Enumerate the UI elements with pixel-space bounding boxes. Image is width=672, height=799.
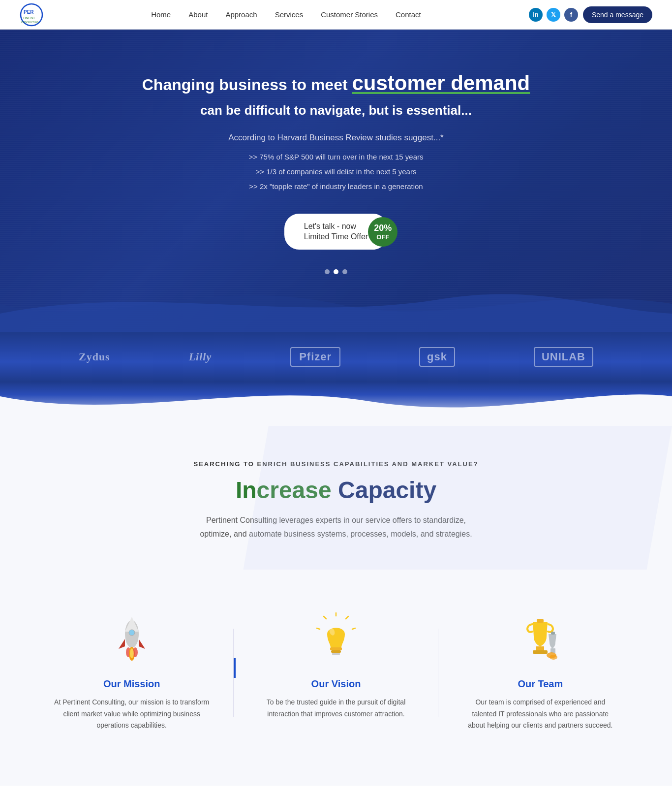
logo-unilab: UNILAB	[534, 347, 593, 367]
svg-text:CONSULTING: CONSULTING	[21, 21, 39, 24]
svg-rect-22	[537, 619, 544, 623]
badge-off: OFF	[376, 233, 389, 241]
svg-rect-23	[536, 646, 544, 650]
discount-badge: 20% OFF	[368, 217, 397, 247]
wave-svg	[0, 382, 672, 426]
logo-gsk: gsk	[419, 347, 455, 367]
svg-rect-19	[331, 650, 341, 653]
svg-line-15	[352, 628, 355, 629]
navbar-right: in 𝕏 f Send a message	[529, 6, 652, 23]
capacity-title: Increase Capacity	[98, 477, 574, 504]
dot-2[interactable]	[334, 269, 338, 274]
facebook-icon[interactable]: f	[564, 8, 578, 22]
bullet-3: 2x "topple rate" of industry leaders in …	[20, 179, 652, 194]
bulb-icon	[314, 612, 358, 666]
hero-title: Changing business to meet customer deman…	[20, 69, 652, 98]
mission-description: At Pertinent Consulting, our mission is …	[54, 697, 209, 732]
nav-link-customer-stories[interactable]: Customer Stories	[321, 10, 378, 19]
hero-bullets: 75% of S&P 500 will turn over in the nex…	[20, 150, 652, 194]
capacity-title-green: Increase	[236, 477, 332, 503]
svg-rect-24	[533, 650, 548, 654]
svg-rect-25	[551, 632, 555, 635]
three-cols-section: Our Mission At Pertinent Consulting, our…	[0, 570, 672, 786]
svg-marker-6	[119, 639, 125, 649]
svg-point-12	[130, 648, 134, 658]
mission-card: Our Mission At Pertinent Consulting, our…	[30, 600, 234, 746]
hero-content: Changing business to meet customer deman…	[20, 69, 652, 274]
badge-percent: 20%	[374, 223, 392, 233]
capacity-eyebrow: SEARCHING TO ENRICH BUSINESS CAPABILITIE…	[98, 460, 574, 468]
nav-item-home[interactable]: Home	[151, 10, 171, 19]
nav-link-home[interactable]: Home	[151, 10, 171, 19]
social-icons: in 𝕏 f	[529, 8, 578, 22]
nav-link-about[interactable]: About	[188, 10, 208, 19]
nav-link-approach[interactable]: Approach	[225, 10, 257, 19]
svg-marker-7	[139, 639, 145, 649]
nav-item-customer-stories[interactable]: Customer Stories	[321, 10, 378, 19]
twitter-icon[interactable]: 𝕏	[547, 8, 560, 22]
nav-link-services[interactable]: Services	[275, 10, 304, 19]
logo-icon: PER TINENT CONSULTING	[20, 3, 43, 27]
capacity-title-navy: Capacity	[338, 477, 436, 503]
vision-card: Our Vision To be the trusted guide in th…	[234, 600, 438, 746]
nav-item-contact[interactable]: Contact	[396, 10, 421, 19]
capacity-section: SEARCHING TO ENRICH BUSINESS CAPABILITIE…	[0, 426, 672, 570]
logo-pfizer: Pfizer	[290, 347, 340, 367]
nav-item-services[interactable]: Services	[275, 10, 304, 19]
trophy-icon	[518, 612, 562, 666]
bullet-1: 75% of S&P 500 will turn over in the nex…	[20, 150, 652, 164]
linkedin-icon[interactable]: in	[529, 8, 543, 22]
team-card: Our Team Our team is comprised of experi…	[438, 600, 642, 746]
svg-point-8	[129, 630, 135, 636]
mission-title: Our Mission	[54, 678, 209, 690]
svg-line-17	[317, 628, 320, 629]
hero-wave	[0, 274, 672, 333]
vision-icon-area	[258, 609, 413, 669]
vision-title: Our Vision	[258, 678, 413, 690]
send-message-button[interactable]: Send a message	[583, 6, 652, 23]
svg-rect-18	[330, 647, 342, 650]
svg-text:TINENT: TINENT	[23, 16, 35, 20]
cta-line2: Limited Time Offer	[304, 232, 368, 241]
hero-claim: According to Harvard Business Review stu…	[20, 133, 652, 143]
rocket-icon	[110, 612, 154, 666]
transition-wave	[0, 382, 672, 426]
dot-1[interactable]	[325, 269, 330, 274]
logo-lilly: Lilly	[189, 351, 212, 363]
hero-subtitle: can be difficult to navigate, but is ess…	[20, 103, 652, 118]
team-title: Our Team	[463, 678, 618, 690]
nav-links: Home About Approach Services Customer St…	[43, 10, 529, 19]
svg-line-16	[324, 616, 326, 619]
team-description: Our team is comprised of experienced and…	[463, 697, 618, 732]
cta-wrapper: Let's talk - now Limited Time Offer 20% …	[284, 214, 388, 250]
nav-item-about[interactable]: About	[188, 10, 208, 19]
svg-rect-20	[332, 653, 340, 655]
logo[interactable]: PER TINENT CONSULTING	[20, 3, 43, 27]
bullet-2: 1/3 of companies will delist in the next…	[20, 164, 652, 179]
nav-link-contact[interactable]: Contact	[396, 10, 421, 19]
mission-icon-area	[54, 609, 209, 669]
dot-3[interactable]	[342, 269, 347, 274]
hero-dots	[20, 269, 652, 274]
svg-text:PER: PER	[24, 9, 34, 15]
team-icon-area	[463, 609, 618, 669]
svg-line-14	[346, 616, 348, 619]
vision-bar	[234, 658, 236, 678]
svg-point-28	[550, 655, 557, 660]
capacity-description: Pertinent Consulting leverages experts i…	[198, 513, 474, 540]
logo-zydus: Zydus	[79, 351, 110, 363]
vision-description: To be the trusted guide in the pursuit o…	[258, 697, 413, 720]
nav-item-approach[interactable]: Approach	[225, 10, 257, 19]
navbar: PER TINENT CONSULTING Home About Approac…	[0, 0, 672, 30]
logos-band: Zydus Lilly Pfizer gsk UNILAB	[0, 332, 672, 382]
hero-section: Changing business to meet customer deman…	[0, 30, 672, 333]
cta-line1: Let's talk - now	[304, 222, 356, 230]
